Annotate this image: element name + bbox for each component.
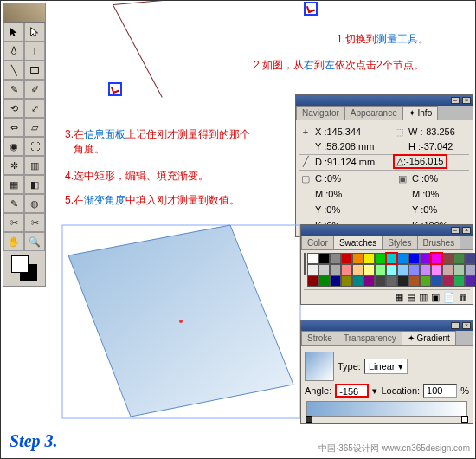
swatch[interactable] [453, 253, 465, 264]
new-swatch-icon[interactable]: ▥ [419, 292, 428, 300]
close-icon[interactable]: × [462, 322, 471, 329]
swatch[interactable] [318, 264, 330, 275]
new-swatch-icon[interactable]: ▤ [407, 292, 415, 300]
swatch[interactable] [420, 264, 431, 275]
swatch[interactable] [386, 275, 397, 287]
info-panel-bar[interactable]: –× [296, 95, 473, 106]
swatch[interactable] [442, 264, 453, 275]
swatch[interactable] [318, 253, 330, 264]
swatch[interactable] [352, 253, 363, 264]
gradient-bar[interactable]: –× [301, 320, 473, 331]
swatch[interactable] [431, 264, 442, 275]
swatch[interactable] [453, 275, 465, 287]
gradient-stop-start[interactable] [306, 416, 312, 423]
gradient-stop-end[interactable] [461, 416, 468, 423]
new-swatch-icon[interactable]: ▣ [431, 292, 440, 300]
swatch[interactable] [386, 253, 397, 264]
blend-tool[interactable]: ◍ [24, 194, 45, 213]
gradient-location-input[interactable]: 100 [423, 384, 457, 398]
toolbox-header[interactable] [3, 3, 45, 23]
swatch[interactable] [386, 264, 397, 275]
swatch[interactable] [442, 275, 453, 287]
reflect-tool[interactable]: ⇔ [3, 118, 24, 137]
swatch[interactable] [363, 264, 375, 275]
swatch[interactable] [375, 253, 386, 264]
swatch[interactable] [307, 275, 318, 287]
swatch[interactable] [442, 253, 453, 264]
swatch[interactable] [431, 253, 442, 264]
pen-tool[interactable] [3, 42, 24, 61]
swatch[interactable] [420, 275, 431, 287]
rect-tool[interactable] [24, 61, 45, 80]
swatch[interactable] [420, 253, 431, 264]
tab-brushes[interactable]: Brushes [417, 236, 461, 249]
swatch[interactable] [363, 275, 375, 287]
tab-navigator[interactable]: Navigator [296, 106, 345, 120]
swatch[interactable] [408, 275, 420, 287]
gradient-slider[interactable] [306, 401, 467, 417]
warp-tool[interactable]: ◉ [3, 137, 24, 156]
graph-tool[interactable]: ▥ [24, 156, 45, 175]
swatch[interactable] [408, 253, 420, 264]
scissors-tool[interactable]: ✂ [24, 213, 45, 232]
selection-tool[interactable] [3, 23, 24, 42]
tab-color[interactable]: Color [301, 236, 334, 249]
free-transform-tool[interactable]: ⛶ [24, 137, 45, 156]
swatch[interactable] [341, 264, 352, 275]
swatch[interactable] [352, 275, 363, 287]
fill-stroke[interactable] [3, 251, 45, 286]
swatch[interactable] [431, 275, 442, 287]
gradient-preview[interactable] [305, 352, 334, 381]
swatch[interactable] [397, 275, 408, 287]
tab-transparency[interactable]: Transparency [338, 331, 402, 345]
type-tool[interactable]: T [24, 42, 45, 61]
close-icon[interactable]: × [462, 227, 471, 234]
swatch[interactable] [397, 253, 408, 264]
measure-node-right[interactable] [304, 2, 318, 16]
tab-gradient[interactable]: ✦ Gradient [402, 331, 456, 345]
direct-select-tool[interactable] [24, 23, 45, 42]
hand-tool[interactable]: ✋ [3, 232, 24, 251]
new-folder-icon[interactable]: 📄 [443, 292, 455, 300]
none-swatch[interactable] [304, 253, 306, 275]
symbol-tool[interactable]: ✲ [3, 156, 24, 175]
mesh-tool[interactable]: ▦ [3, 175, 24, 194]
rotate-tool[interactable]: ⟲ [3, 99, 24, 118]
swatch[interactable] [341, 275, 352, 287]
chevron-down-icon[interactable]: ▾ [372, 385, 377, 397]
gradient-tool[interactable]: ◧ [24, 175, 45, 194]
swatch[interactable] [465, 253, 476, 264]
tab-styles[interactable]: Styles [382, 236, 417, 249]
swatch[interactable] [330, 253, 341, 264]
swatch[interactable] [318, 275, 330, 287]
fill-swatch[interactable] [11, 255, 29, 273]
swatch[interactable] [375, 264, 386, 275]
swatch[interactable] [341, 253, 352, 264]
zoom-tool[interactable]: 🔍 [24, 232, 45, 251]
line-tool[interactable]: ╲ [3, 61, 24, 80]
show-all-icon[interactable]: ▦ [395, 292, 403, 300]
swatch[interactable] [375, 275, 386, 287]
tab-stroke[interactable]: Stroke [301, 331, 338, 345]
swatch[interactable] [330, 275, 341, 287]
swatches-bar[interactable]: –× [301, 225, 473, 236]
tab-info[interactable]: ✦ Info [402, 106, 438, 120]
gradient-type-select[interactable]: Linear▾ [364, 359, 408, 374]
swatch[interactable] [453, 264, 465, 275]
tab-appearance[interactable]: Appearance [344, 106, 403, 120]
shear-tool[interactable]: ▱ [24, 118, 45, 137]
minimize-icon[interactable]: – [451, 322, 460, 329]
trash-icon[interactable]: 🗑 [459, 292, 468, 300]
close-icon[interactable]: × [462, 97, 471, 104]
tab-swatches[interactable]: Swatches [333, 236, 383, 249]
brush-tool[interactable]: ✎ [3, 80, 24, 99]
pencil-tool[interactable]: ✐ [24, 80, 45, 99]
swatch[interactable] [307, 253, 318, 264]
swatch[interactable] [408, 264, 420, 275]
swatch[interactable] [465, 264, 476, 275]
swatch[interactable] [307, 264, 318, 275]
measure-node-left[interactable] [108, 82, 122, 96]
swatch[interactable] [465, 275, 476, 287]
scale-tool[interactable]: ⤢ [24, 99, 45, 118]
slice-tool[interactable]: ✂ [3, 213, 24, 232]
